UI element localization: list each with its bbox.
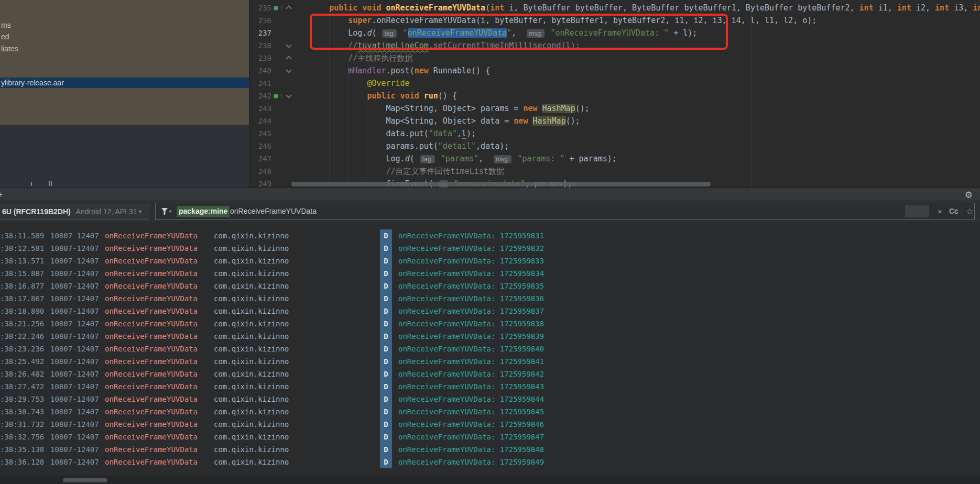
filter-funnel-icon[interactable] [161,207,172,216]
fold-marker-icon[interactable] [287,90,293,102]
code-text: params.put("detail",data); [310,140,509,152]
log-row[interactable]: :38:29.75310807-12407onReceiveFrameYUVDa… [0,393,980,405]
editor-line[interactable]: 237 Log.d( tag: "onReceiveFrameYUVData",… [249,27,980,39]
log-row[interactable]: :38:31.73210807-12407onReceiveFrameYUVDa… [0,418,980,431]
favorite-filter-icon[interactable]: ☆ [966,205,973,218]
log-row[interactable]: :38:15.88710807-12407onReceiveFrameYUVDa… [0,267,980,280]
log-lvl: D [380,317,392,330]
scrollbar-thumb[interactable] [63,478,107,482]
editor-line[interactable]: 245 data.put("data",l); [249,127,980,140]
log-tag: onReceiveFrameYUVData [105,292,198,305]
log-row[interactable]: :38:17.86710807-12407onReceiveFrameYUVDa… [0,292,980,305]
editor-line[interactable]: 240 mHandler.post(new Runnable() { [249,64,980,77]
device-selector[interactable]: 6U (RFCR119B2DH) Android 12, API 31 ▾ [0,204,148,219]
editor-line[interactable]: 242↑ public void run() { [249,90,980,102]
logcat-filter-row: 6U (RFCR119B2DH) Android 12, API 31 ▾ pa… [0,201,980,222]
line-number: 237 [253,27,271,39]
code-editor[interactable]: 235↑ public void onReceiveFrameYUVData(i… [249,0,980,188]
filter-key-chip[interactable]: package:mine [177,206,230,217]
editor-horizontal-scrollbar[interactable] [291,182,711,186]
editor-line[interactable]: 241 @Override [249,77,980,90]
editor-line[interactable]: 244 Map<String, Object> data = new HashM… [249,115,980,127]
editor-line[interactable]: 236 super.onReceiveFrameYUVData(i, byteB… [249,14,980,27]
log-pkg: com.qixin.kizinno [214,418,289,431]
log-row[interactable]: :38:25.49210807-12407onReceiveFrameYUVDa… [0,355,980,368]
fold-marker-icon[interactable] [287,2,293,14]
log-time: :38:32.756 [0,431,44,443]
line-number: 241 [253,77,271,90]
logcat-output[interactable]: :38:11.58910807-12407onReceiveFrameYUVDa… [0,222,980,476]
log-row[interactable]: :38:21.25610807-12407onReceiveFrameYUVDa… [0,317,980,330]
editor-line[interactable]: 246 params.put("detail",data); [249,140,980,152]
log-pkg: com.qixin.kizinno [214,355,289,368]
log-pkg: com.qixin.kizinno [214,330,289,343]
log-pkg: com.qixin.kizinno [214,431,289,443]
log-row[interactable]: :38:16.87710807-12407onReceiveFrameYUVDa… [0,280,980,292]
code-text: //自定义事件回传timeList数据 [310,165,504,178]
log-msg: onReceiveFrameYUVData: 1725959845 [398,405,544,418]
editor-line[interactable]: 247 Log.d( tag: "params", msg: "params: … [249,152,980,165]
log-row[interactable]: :38:27.47210807-12407onReceiveFrameYUVDa… [0,380,980,393]
log-row[interactable]: :38:36.12810807-12407onReceiveFrameYUVDa… [0,456,980,468]
log-row[interactable]: :38:35.13810807-12407onReceiveFrameYUVDa… [0,443,980,456]
editor-line[interactable]: 235↑ public void onReceiveFrameYUVData(i… [249,2,980,14]
editor-line[interactable]: 248 //自定义事件回传timeList数据 [249,165,980,178]
log-pid: 10807-12407 [50,368,99,380]
log-tag: onReceiveFrameYUVData [105,317,198,330]
fold-marker-icon[interactable] [287,64,293,77]
log-pkg: com.qixin.kizinno [214,317,289,330]
log-time: :38:31.732 [0,418,44,431]
line-number: 236 [253,14,271,27]
log-tag: onReceiveFrameYUVData [105,330,198,343]
gear-icon[interactable]: ⚙ [965,189,973,201]
sidebar-item-selected[interactable]: ylibrary-release.aar [0,78,249,88]
log-tag: onReceiveFrameYUVData [105,343,198,355]
log-pkg: com.qixin.kizinno [214,280,289,292]
log-tag: onReceiveFrameYUVData [105,229,198,242]
log-row[interactable]: :38:18.89010807-12407onReceiveFrameYUVDa… [0,305,980,317]
logcat-horizontal-scrollbar[interactable] [0,476,980,484]
log-pid: 10807-12407 [50,305,99,317]
editor-line[interactable]: 243 Map<String, Object> params = new Has… [249,102,980,115]
clear-filter-icon[interactable]: × [938,205,942,218]
log-lvl: D [380,229,392,242]
log-msg: onReceiveFrameYUVData: 1725959842 [398,368,544,380]
log-row[interactable]: :38:22.24610807-12407onReceiveFrameYUVDa… [0,330,980,343]
editor-line[interactable]: 239 //主线程执行数据 [249,52,980,64]
log-row[interactable]: :38:13.57110807-12407onReceiveFrameYUVDa… [0,255,980,267]
sidebar-item[interactable]: ed [1,31,9,42]
log-pkg: com.qixin.kizinno [214,405,289,418]
code-text: //主线程执行数据 [310,52,412,64]
filter-query-text[interactable]: onReceiveFrameYUVData [230,206,317,217]
fold-marker-icon[interactable] [287,39,293,52]
log-time: :38:35.138 [0,443,44,456]
code-text: Log.d( tag: "onReceiveFrameYUVData", msg… [310,27,697,40]
log-row[interactable]: :38:32.75610807-12407onReceiveFrameYUVDa… [0,431,980,443]
log-msg: onReceiveFrameYUVData: 1725959836 [398,292,544,305]
log-lvl: D [380,418,392,431]
sidebar-item[interactable]: liates [1,43,18,54]
log-pkg: com.qixin.kizinno [214,305,289,317]
override-arrow-icon[interactable]: ↑ [279,2,283,14]
code-text: data.put("data",l); [310,127,476,140]
override-marker-icon[interactable] [274,94,278,98]
log-pkg: com.qixin.kizinno [214,229,289,242]
log-time: :38:16.877 [0,280,44,292]
override-arrow-icon[interactable]: ↑ [279,90,283,102]
device-details: Android 12, API 31 [76,207,137,216]
log-row[interactable]: :38:30.74310807-12407onReceiveFrameYUVDa… [0,405,980,418]
log-row[interactable]: :38:23.23610807-12407onReceiveFrameYUVDa… [0,343,980,355]
override-marker-icon[interactable] [274,6,278,10]
match-case-toggle[interactable]: Cc [949,205,959,218]
logcat-filter-input[interactable]: package:mine onReceiveFrameYUVData × Cc … [155,203,975,220]
sidebar-item[interactable]: ms [1,19,11,31]
log-msg: onReceiveFrameYUVData: 1725959849 [398,456,544,468]
editor-line[interactable]: 238 //tuyatimeLineCom.setCurrentTimeInMi… [249,39,980,52]
log-pid: 10807-12407 [50,343,99,355]
fold-marker-icon[interactable] [287,52,293,64]
log-lvl: D [380,456,392,468]
log-row[interactable]: :38:26.48210807-12407onReceiveFrameYUVDa… [0,368,980,380]
log-row[interactable]: :38:11.58910807-12407onReceiveFrameYUVDa… [0,229,980,242]
add-tab-icon[interactable]: + [0,189,3,201]
log-row[interactable]: :38:12.58110807-12407onReceiveFrameYUVDa… [0,242,980,255]
